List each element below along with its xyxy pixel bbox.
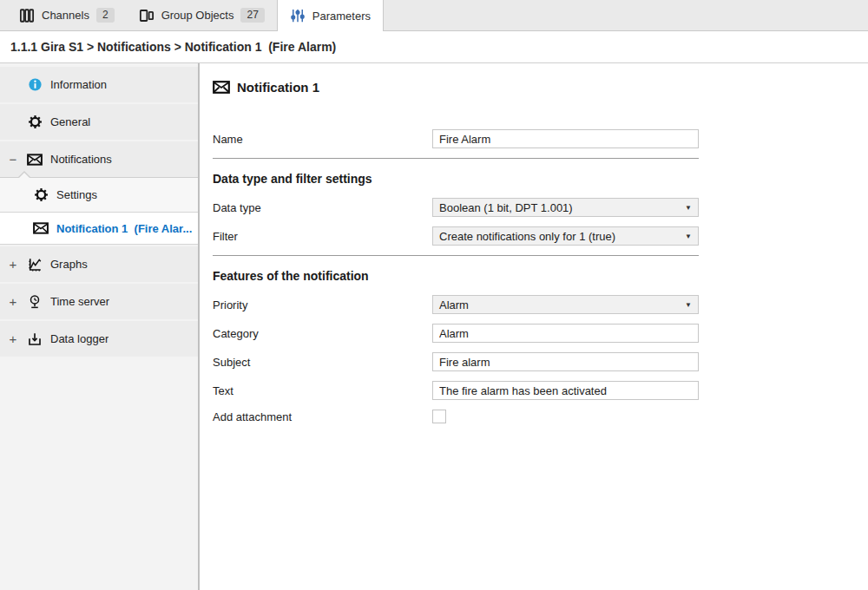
graph-icon [26,256,43,273]
breadcrumb: 1.1.1 Gira S1 > Notifications > Notifica… [0,31,868,63]
field-label: Filter [213,230,432,243]
tab-count-badge: 2 [96,8,115,23]
field-label: Add attachment [213,410,432,423]
subject-input[interactable] [432,352,699,371]
section-divider [213,158,699,159]
sidebar-item-label: Data logger [50,332,108,345]
form-row-name: Name [213,129,699,148]
field-label: Priority [213,298,432,311]
field-label: Text [213,384,432,397]
dropdown-value: Alarm [439,298,469,311]
chevron-down-icon: ▼ [685,301,692,309]
envelope-icon [213,81,230,94]
expand-icon[interactable]: + [0,258,26,271]
page-title: Notification 1 [213,80,868,95]
dropdown-value: Create notifications only for 1 (true) [439,230,615,243]
sidebar-item-label: General [50,115,90,128]
chevron-down-icon: ▼ [685,233,692,240]
section-divider [213,255,699,256]
add-attachment-checkbox[interactable] [432,410,446,423]
tab-parameters[interactable]: Parameters [277,0,384,31]
field-label: Category [213,327,432,340]
clock-icon [26,293,43,311]
data-type-dropdown[interactable]: Boolean (1 bit, DPT 1.001) ▼ [432,198,699,217]
priority-dropdown[interactable]: Alarm ▼ [432,295,699,314]
page-title-text: Notification 1 [237,80,319,95]
collapse-icon[interactable]: − [0,153,26,166]
envelope-icon [32,220,49,237]
sidebar-item-data-logger[interactable]: + Data logger [0,321,198,357]
tab-channels[interactable]: Channels 2 [7,0,127,30]
section-title-features: Features of the notification [213,269,699,283]
gear-icon [32,187,49,204]
tab-label: Channels [42,9,89,22]
sidebar-item-notification-1[interactable]: Notification 1 (Fire Alar... [0,212,198,245]
sidebar-item-graphs[interactable]: + Graphs [0,246,198,282]
section-title-data-filter: Data type and filter settings [213,172,699,186]
dropdown-value: Boolean (1 bit, DPT 1.001) [439,201,573,214]
field-label: Data type [213,201,432,214]
parameters-icon [290,8,306,23]
sidebar-item-label: Graphs [50,258,88,271]
expand-icon[interactable]: + [0,295,26,308]
gear-icon [26,114,43,131]
form-row-filter: Filter Create notifications only for 1 (… [213,226,699,246]
parameter-panel: Notification 1 Name Data type and filter… [200,63,868,590]
name-input[interactable] [432,129,699,148]
data-logger-icon [26,331,43,348]
form-row-priority: Priority Alarm ▼ [213,295,699,314]
chevron-down-icon: ▼ [685,204,692,212]
sidebar-item-information[interactable]: Information [0,67,198,102]
sidebar-item-label: Settings [56,188,97,201]
sidebar-item-settings[interactable]: Settings [0,178,198,212]
info-icon [26,76,43,94]
sidebar-item-label: Time server [50,295,109,308]
form-row-add-attachment: Add attachment [213,410,699,423]
filter-dropdown[interactable]: Create notifications only for 1 (true) ▼ [432,226,699,246]
form-row-category: Category [213,324,699,343]
text-input[interactable] [432,381,699,400]
tab-bar: Channels 2 Group Objects 27 [0,0,868,31]
tab-label: Parameters [312,10,371,23]
group-objects-icon [139,8,155,23]
app-window: Channels 2 Group Objects 27 [0,0,868,590]
parameter-sidebar: Information General [0,63,200,590]
sidebar-item-label: Information [50,78,107,91]
field-label: Name [213,133,432,146]
notifications-subpanel: Settings Notification 1 (Fire Alar... [0,177,198,245]
form-row-subject: Subject [213,352,699,371]
sidebar-item-label: Notifications [50,153,112,166]
envelope-icon [26,151,43,168]
expand-icon[interactable]: + [0,332,26,345]
field-label: Subject [213,356,432,369]
form-row-text: Text [213,381,699,400]
category-input[interactable] [432,324,699,343]
tab-group-objects[interactable]: Group Objects 27 [127,0,277,30]
form-row-data-type: Data type Boolean (1 bit, DPT 1.001) ▼ [213,198,699,217]
sidebar-item-label: Notification 1 (Fire Alar... [56,222,192,235]
tab-label: Group Objects [161,9,234,22]
tab-count-badge: 27 [240,8,264,23]
sidebar-item-time-server[interactable]: + Time server [0,284,198,319]
sidebar-item-general[interactable]: General [0,104,198,140]
channels-icon [19,8,35,23]
